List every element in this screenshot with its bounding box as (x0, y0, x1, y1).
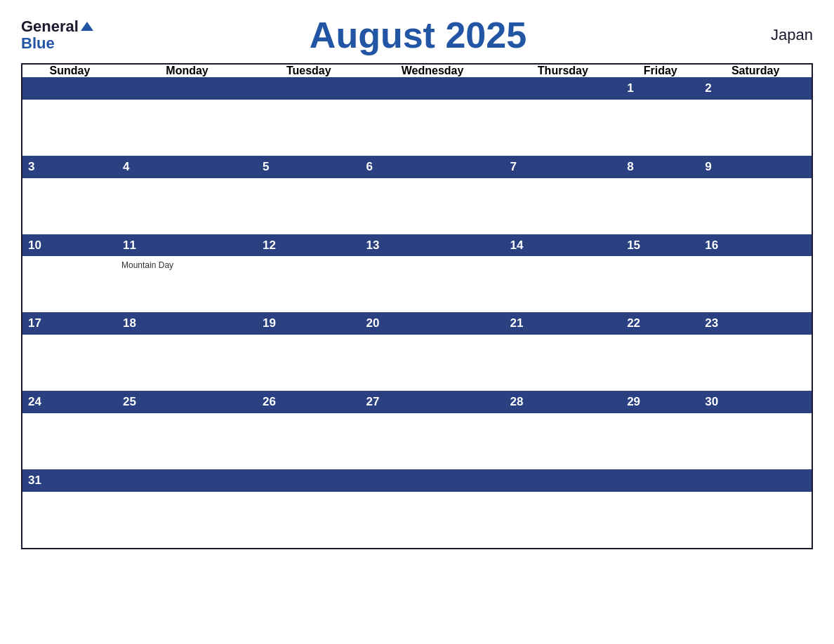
day-number-empty (117, 469, 257, 492)
day-body (361, 178, 505, 234)
calendar-day-cell (361, 77, 505, 156)
calendar-day-cell (117, 77, 257, 156)
col-sunday: Sunday (22, 64, 117, 77)
day-number: 15 (621, 234, 699, 257)
calendar-week-row: 24252627282930 (22, 391, 812, 469)
day-number: 27 (361, 391, 505, 413)
day-body-empty (505, 100, 622, 156)
day-body-empty (621, 492, 699, 548)
day-number: 17 (22, 312, 117, 335)
calendar-day-cell: 26 (257, 391, 360, 469)
day-number: 28 (505, 391, 622, 413)
day-number: 7 (505, 156, 622, 178)
calendar-country: Japan (743, 26, 813, 44)
day-number: 10 (22, 234, 117, 257)
calendar-day-cell: 30 (699, 391, 812, 469)
calendar-day-cell (117, 469, 257, 549)
day-number: 14 (505, 234, 622, 257)
calendar-day-cell (621, 469, 699, 549)
day-number-empty (361, 77, 505, 100)
day-number-empty (257, 77, 360, 100)
day-body (621, 335, 699, 391)
calendar-week-row: 3456789 (22, 156, 812, 234)
day-number-empty (361, 469, 505, 492)
day-number-empty (22, 77, 117, 100)
day-body (22, 256, 117, 312)
day-number: 13 (361, 234, 505, 257)
calendar-day-cell: 20 (361, 312, 505, 391)
day-body-empty (699, 492, 812, 548)
day-body (699, 413, 812, 469)
day-body (117, 335, 257, 391)
col-saturday: Saturday (699, 64, 812, 77)
calendar-day-cell: 25 (117, 391, 257, 469)
day-number: 21 (505, 312, 622, 335)
day-number: 5 (257, 156, 360, 178)
calendar-day-cell: 3 (22, 156, 117, 234)
day-body (257, 178, 360, 234)
day-body (621, 100, 699, 156)
day-number-empty (117, 77, 257, 100)
day-body-empty (22, 100, 117, 156)
calendar-title: August 2025 (93, 14, 743, 56)
day-number: 23 (699, 312, 812, 335)
col-monday: Monday (117, 64, 257, 77)
calendar-day-cell: 28 (505, 391, 622, 469)
day-number: 6 (361, 156, 505, 178)
day-number: 1 (621, 77, 699, 100)
day-body (505, 413, 622, 469)
day-body: Mountain Day (117, 256, 257, 312)
calendar-week-row: 12 (22, 77, 812, 156)
day-number: 3 (22, 156, 117, 178)
day-number: 4 (117, 156, 257, 178)
day-number: 25 (117, 391, 257, 413)
day-number: 26 (257, 391, 360, 413)
calendar-week-row: 1011Mountain Day1213141516 (22, 234, 812, 313)
calendar-day-cell: 1 (621, 77, 699, 156)
day-number: 29 (621, 391, 699, 413)
day-body-empty (505, 492, 622, 548)
calendar-page: General Blue August 2025 Japan Sunday Mo… (0, 0, 834, 644)
day-body (505, 178, 622, 234)
day-body-empty (257, 100, 360, 156)
day-number: 16 (699, 234, 812, 257)
day-body (22, 178, 117, 234)
calendar-day-cell: 14 (505, 234, 622, 313)
calendar-day-cell (361, 469, 505, 549)
calendar-day-cell: 2 (699, 77, 812, 156)
calendar-day-cell: 12 (257, 234, 360, 313)
day-number: 31 (22, 469, 117, 492)
calendar-day-cell: 17 (22, 312, 117, 391)
day-body (505, 256, 622, 312)
day-body (22, 335, 117, 391)
calendar-day-cell (699, 469, 812, 549)
page-header: General Blue August 2025 Japan (21, 14, 813, 56)
calendar-day-cell: 6 (361, 156, 505, 234)
day-number: 30 (699, 391, 812, 413)
calendar-day-cell (505, 469, 622, 549)
calendar-day-cell: 27 (361, 391, 505, 469)
calendar-day-cell: 4 (117, 156, 257, 234)
calendar-day-cell (505, 77, 622, 156)
day-number: 12 (257, 234, 360, 257)
calendar-day-cell: 22 (621, 312, 699, 391)
day-body (621, 256, 699, 312)
calendar-day-cell: 9 (699, 156, 812, 234)
calendar-table: Sunday Monday Tuesday Wednesday Thursday… (21, 63, 813, 549)
calendar-day-cell: 23 (699, 312, 812, 391)
calendar-day-cell: 10 (22, 234, 117, 313)
day-body (257, 413, 360, 469)
calendar-day-cell: 18 (117, 312, 257, 391)
col-friday: Friday (621, 64, 699, 77)
day-body (699, 178, 812, 234)
calendar-day-cell: 24 (22, 391, 117, 469)
day-number: 9 (699, 156, 812, 178)
day-body (699, 100, 812, 156)
logo-triangle-icon (81, 22, 93, 31)
day-body-empty (361, 100, 505, 156)
calendar-day-cell: 21 (505, 312, 622, 391)
day-body-empty (117, 492, 257, 548)
day-number: 24 (22, 391, 117, 413)
calendar-header-row: Sunday Monday Tuesday Wednesday Thursday… (22, 64, 812, 77)
day-number: 8 (621, 156, 699, 178)
